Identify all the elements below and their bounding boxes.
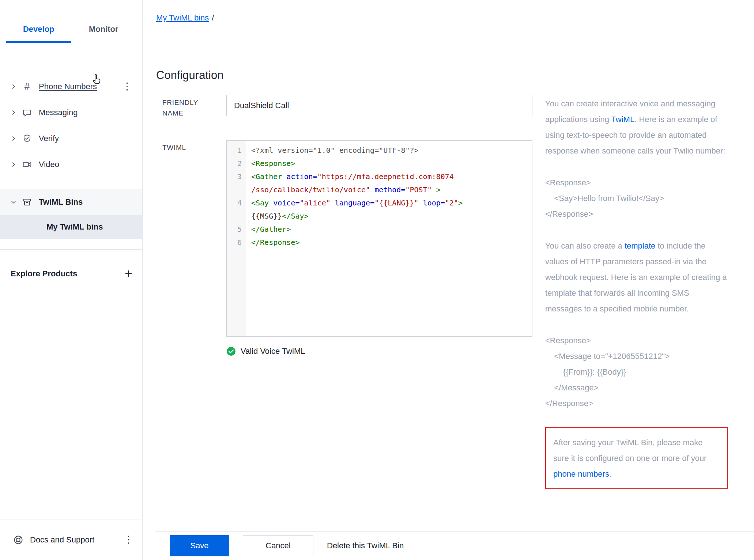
shield-check-icon	[22, 133, 32, 144]
docs-and-support[interactable]: Docs and Support ⋮	[0, 519, 142, 560]
breadcrumb-separator: /	[212, 13, 214, 22]
line-number: 2	[227, 157, 246, 170]
line-number	[227, 209, 246, 223]
line-number: 1	[227, 144, 246, 157]
delete-twiml-bin-link[interactable]: Delete this TwiML Bin	[327, 541, 404, 550]
action-bar: Save Cancel Delete this TwiML Bin	[155, 531, 754, 560]
cancel-button[interactable]: Cancel	[243, 535, 313, 556]
sidebar-tabs: Develop Monitor	[0, 0, 142, 43]
inline-link[interactable]: template	[625, 241, 655, 250]
sidebar-item-phone-numbers[interactable]: # Phone Numbers ⋮	[0, 73, 142, 99]
code-line: 4<Say voice="alice" language="{{LANG}}" …	[227, 196, 532, 209]
code-lines: 1<?xml version="1.0" encoding="UTF-8"?>2…	[227, 141, 532, 249]
help-panel: You can create interactive voice and mes…	[545, 96, 728, 489]
help-paragraph: After saving your TwiML Bin, please make…	[553, 435, 720, 482]
chevron-right-icon[interactable]	[11, 110, 16, 116]
code-text: /sso/callback/twilio/voice" method="POST…	[246, 183, 441, 196]
code-text: </Response>	[246, 236, 299, 249]
line-number	[227, 183, 246, 196]
line-number: 4	[227, 196, 246, 209]
line-number: 6	[227, 236, 246, 249]
docs-support-label: Docs and Support	[30, 535, 94, 545]
code-text: </Gather>	[246, 223, 291, 236]
chevron-right-icon[interactable]	[11, 136, 16, 141]
explore-products[interactable]: Explore Products +	[0, 261, 142, 287]
kebab-menu-icon[interactable]: ⋮	[122, 82, 132, 91]
twiml-editor[interactable]: 1<?xml version="1.0" encoding="UTF-8"?>2…	[226, 140, 532, 337]
nav-label: Video	[39, 160, 59, 169]
chevron-down-icon[interactable]	[11, 199, 16, 205]
sidebar-item-verify[interactable]: Verify	[0, 125, 142, 151]
mouse-cursor-icon	[91, 74, 102, 86]
inline-link[interactable]: phone numbers	[553, 469, 609, 478]
chat-bubble-icon	[22, 107, 32, 118]
help-code-sample: <Response> <Message to="+12065551212"> {…	[545, 333, 728, 411]
code-line: {{MSG}}</Say>	[227, 209, 532, 223]
sidebar-item-video[interactable]: Video	[0, 151, 142, 177]
help-code-sample: <Response> <Say>Hello from Twilio!</Say>…	[545, 175, 728, 222]
code-text: <Gather action="https://mfa.deepnetid.co…	[246, 170, 454, 183]
nav-label: Messaging	[39, 108, 78, 117]
twiml-bins-section: TwiML Bins My TwiML bins	[0, 189, 142, 239]
bin-icon	[22, 197, 32, 207]
hash-icon: #	[22, 82, 32, 92]
help-paragraph: You can create interactive voice and mes…	[545, 96, 728, 159]
friendly-name-label: FRIENDLY NAME	[162, 97, 210, 118]
chevron-right-icon[interactable]	[11, 84, 16, 90]
code-text: <?xml version="1.0" encoding="UTF-8"?>	[246, 144, 419, 157]
sidebar-nav: # Phone Numbers ⋮ Messaging Verify	[0, 73, 142, 177]
explore-products-label: Explore Products	[11, 269, 77, 279]
chevron-right-icon[interactable]	[11, 162, 16, 167]
code-line: 5</Gather>	[227, 223, 532, 236]
nav-label: TwiML Bins	[39, 197, 83, 207]
breadcrumb-link[interactable]: My TwiML bins	[156, 13, 209, 22]
sidebar-item-my-twiml-bins[interactable]: My TwiML bins	[0, 215, 142, 239]
nav-label: Verify	[39, 134, 59, 143]
code-line: 1<?xml version="1.0" encoding="UTF-8"?>	[227, 144, 532, 157]
code-text: <Say voice="alice" language="{{LANG}}" l…	[246, 196, 463, 209]
validation-text: Valid Voice TwiML	[241, 347, 305, 356]
code-text: {{MSG}}</Say>	[246, 209, 309, 223]
tab-develop[interactable]: Develop	[6, 24, 71, 43]
divider	[0, 249, 142, 250]
help-paragraph: You can also create a template to includ…	[545, 238, 728, 317]
check-circle-icon	[226, 347, 236, 356]
main-content: My TwiML bins/ Configuration FRIENDLY NA…	[143, 0, 754, 560]
save-button[interactable]: Save	[170, 535, 229, 556]
sidebar-item-twiml-bins[interactable]: TwiML Bins	[0, 189, 142, 215]
inline-link[interactable]: TwiML	[611, 115, 635, 124]
line-number: 5	[227, 223, 246, 236]
spacer	[0, 239, 142, 249]
twiml-label: TWIML	[162, 142, 186, 153]
code-line: 2<Response>	[227, 157, 532, 170]
breadcrumb: My TwiML bins/	[156, 13, 214, 23]
validation-status: Valid Voice TwiML	[226, 347, 305, 356]
highlighted-note: After saving your TwiML Bin, please make…	[545, 427, 728, 489]
page-title: Configuration	[156, 69, 223, 82]
code-line: 6</Response>	[227, 236, 532, 249]
friendly-name-input[interactable]	[226, 95, 532, 116]
kebab-menu-icon[interactable]: ⋮	[124, 535, 133, 545]
sidebar: Develop Monitor # Phone Numbers ⋮ Messag…	[0, 0, 143, 560]
code-line: /sso/callback/twilio/voice" method="POST…	[227, 183, 532, 196]
nav-label: Phone Numbers	[39, 82, 97, 91]
sidebar-item-messaging[interactable]: Messaging	[0, 99, 142, 125]
tab-monitor[interactable]: Monitor	[71, 24, 136, 43]
video-camera-icon	[22, 159, 32, 170]
lifebuoy-icon	[13, 535, 23, 545]
line-number: 3	[227, 170, 246, 183]
code-line: 3<Gather action="https://mfa.deepnetid.c…	[227, 170, 532, 183]
plus-icon[interactable]: +	[125, 267, 132, 280]
code-text: <Response>	[246, 157, 295, 170]
